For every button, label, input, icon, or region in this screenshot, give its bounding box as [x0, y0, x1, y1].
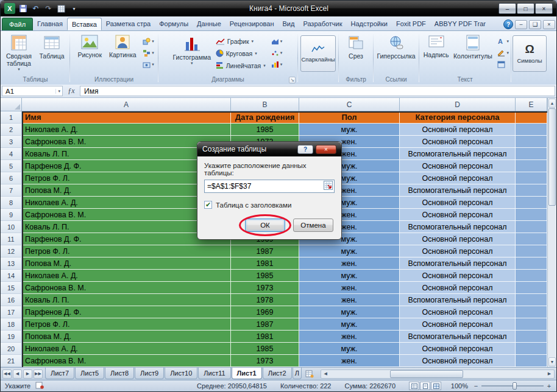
ribbon-tab-review[interactable]: Рецензирован — [225, 18, 278, 30]
close-button[interactable]: × — [535, 3, 553, 14]
cell-C15[interactable]: жен. — [299, 282, 400, 294]
area-chart-button[interactable]: ▾ — [271, 37, 283, 46]
zoom-slider-track[interactable] — [481, 385, 544, 387]
zoom-in-icon[interactable]: + — [546, 382, 552, 390]
row-header-1[interactable]: 1 — [1, 111, 22, 124]
sheet-tab-list5[interactable]: Лист5 — [75, 368, 104, 379]
cell-E3[interactable] — [516, 136, 547, 148]
excel-app-icon[interactable]: X — [4, 3, 15, 14]
cell-C12[interactable]: муж. — [299, 245, 400, 257]
last-sheet-button[interactable]: ▶▶ — [34, 369, 43, 379]
cell-E5[interactable] — [516, 160, 547, 172]
cell-E11[interactable] — [516, 233, 547, 245]
cell-E13[interactable] — [516, 257, 547, 270]
ribbon-tab-page-layout[interactable]: Разметка стра — [102, 18, 155, 30]
cell-E21[interactable] — [516, 355, 547, 367]
cell-A13[interactable]: Попова М. Д. — [22, 257, 231, 270]
cell-C16[interactable]: жен. — [299, 294, 400, 306]
row-header-19[interactable]: 19 — [1, 331, 22, 343]
workbook-restore-button[interactable]: ❑ — [529, 20, 541, 29]
cell-B17[interactable]: 1969 — [231, 306, 299, 318]
cell-B19[interactable]: 1981 — [231, 331, 299, 343]
cell-E1[interactable] — [516, 111, 547, 124]
cell-D20[interactable]: Основной персонал — [400, 343, 516, 355]
row-header-11[interactable]: 11 — [1, 233, 22, 245]
sheet-tab-list1[interactable]: Лист1 — [232, 368, 262, 379]
row-header-15[interactable]: 15 — [1, 282, 22, 294]
cell-D13[interactable]: Вспомогательный персонал — [400, 257, 516, 270]
zoom-slider-thumb[interactable] — [513, 382, 517, 390]
cell-B12[interactable]: 1987 — [231, 245, 299, 257]
ribbon-tab-abbyy-pdf[interactable]: ABBYY PDF Trar — [430, 18, 490, 30]
cell-D14[interactable]: Основной персонал — [400, 270, 516, 282]
vertical-scrollbar[interactable]: ▲ ▼ — [547, 98, 556, 367]
row-header-14[interactable]: 14 — [1, 270, 22, 282]
page-break-view-button[interactable] — [431, 382, 441, 390]
ribbon-tab-home[interactable]: Главная — [33, 18, 67, 30]
row-header-10[interactable]: 10 — [1, 221, 22, 233]
table-button[interactable]: Таблица — [35, 33, 68, 72]
sheet-tab-list7[interactable]: Лист7 — [45, 368, 74, 379]
cell-E6[interactable] — [516, 172, 547, 184]
cell-C13[interactable]: жен. — [299, 257, 400, 270]
cell-D12[interactable]: Основной персонал — [400, 245, 516, 257]
header-footer-button[interactable]: Колонтитулы — [452, 33, 494, 72]
select-all-corner[interactable] — [1, 98, 22, 111]
cell-C18[interactable]: муж. — [299, 318, 400, 331]
row-header-13[interactable]: 13 — [1, 257, 22, 270]
column-header-D[interactable]: D — [400, 98, 516, 111]
row-header-2[interactable]: 2 — [1, 124, 22, 136]
cell-D17[interactable]: Основной персонал — [400, 306, 516, 318]
qat-customize-dropdown-icon[interactable]: ▾ — [69, 4, 79, 14]
sheet-tab-list2[interactable]: Лист2 — [263, 368, 292, 379]
cell-D3[interactable]: Основной персонал — [400, 136, 516, 148]
horizontal-scrollbar[interactable]: ◀ ▶ — [321, 369, 555, 379]
undo-icon[interactable]: ↶ — [30, 4, 41, 14]
picture-button[interactable]: Рисунок — [73, 33, 106, 72]
prev-sheet-button[interactable]: ◀ — [13, 369, 22, 379]
vertical-scrollbar-thumb[interactable] — [548, 108, 556, 206]
cell-E4[interactable] — [516, 148, 547, 160]
bar-chart-button[interactable]: Линейчатая ▾ — [214, 60, 268, 71]
cell-A19[interactable]: Попова М. Д. — [22, 331, 231, 343]
horizontal-scrollbar-thumb[interactable] — [390, 370, 463, 378]
ribbon-tab-formulas[interactable]: Формулы — [155, 18, 193, 30]
other-charts-button[interactable]: ▾ — [271, 60, 283, 69]
row-header-18[interactable]: 18 — [1, 318, 22, 331]
cell-C2[interactable]: муж. — [299, 124, 400, 136]
vertical-scrollbar-track[interactable] — [548, 206, 556, 357]
formula-content[interactable]: Имя — [80, 86, 555, 96]
cell-E18[interactable] — [516, 318, 547, 331]
shapes-button[interactable]: ▾ — [142, 37, 155, 46]
ribbon-tab-developer[interactable]: Разработчик — [299, 18, 346, 30]
headers-checkbox[interactable]: ✔ — [204, 201, 212, 209]
dialog-help-button[interactable]: ? — [297, 145, 313, 154]
ok-button[interactable]: ОК — [245, 219, 285, 232]
textbox-button[interactable]: Надпись — [420, 33, 452, 72]
first-sheet-button[interactable]: ◀◀ — [2, 369, 12, 379]
name-box[interactable]: A1 ▾ — [2, 86, 63, 96]
cell-E2[interactable] — [516, 124, 547, 136]
cell-E20[interactable] — [516, 343, 547, 355]
ribbon-tab-view[interactable]: Вид — [278, 18, 299, 30]
column-header-B[interactable]: B — [231, 98, 299, 111]
row-header-12[interactable]: 12 — [1, 245, 22, 257]
cell-A2[interactable]: Николаев А. Д. — [22, 124, 231, 136]
symbols-button[interactable]: Ω Символы — [513, 35, 547, 72]
row-header-3[interactable]: 3 — [1, 136, 22, 148]
cell-D9[interactable]: Основной персонал — [400, 209, 516, 221]
clipart-button[interactable]: Картинка — [106, 33, 139, 72]
column-header-C[interactable]: C — [299, 98, 400, 111]
cell-E9[interactable] — [516, 209, 547, 221]
cell-D8[interactable]: Основной персонал — [400, 197, 516, 209]
cell-C21[interactable]: жен. — [299, 355, 400, 367]
page-layout-view-button[interactable] — [420, 382, 430, 390]
cell-A21[interactable]: Сафронова В. М. — [22, 355, 231, 367]
sheet-tab-list10[interactable]: Лист10 — [165, 368, 197, 379]
sheet-tab-list8[interactable]: Лист8 — [105, 368, 134, 379]
cell-B15[interactable]: 1973 — [231, 282, 299, 294]
cell-D11[interactable]: Основной персонал — [400, 233, 516, 245]
row-header-8[interactable]: 8 — [1, 197, 22, 209]
smartart-button[interactable]: ▾ — [142, 48, 155, 57]
macro-record-icon[interactable] — [35, 382, 44, 390]
